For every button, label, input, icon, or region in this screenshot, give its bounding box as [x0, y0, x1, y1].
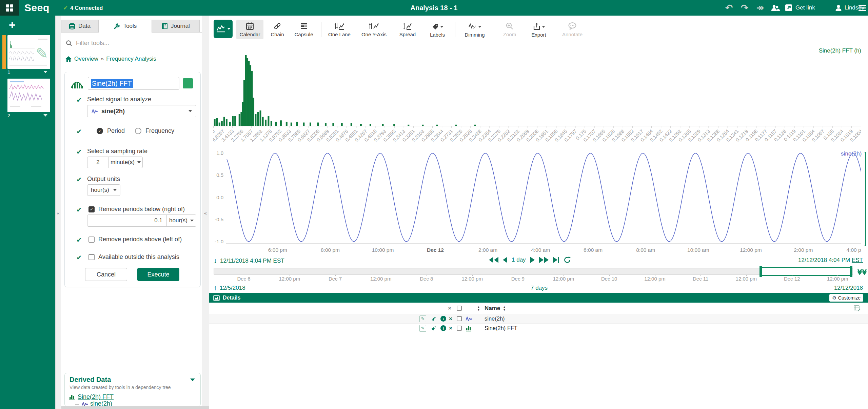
- edit-item-button[interactable]: ✎: [419, 314, 426, 323]
- investigate-range-start[interactable]: ↑ 12/5/2018: [214, 284, 245, 292]
- step-forward-full-button[interactable]: [539, 257, 549, 263]
- worksheet-1-chevron-down-icon[interactable]: [43, 71, 47, 73]
- remove-below-label[interactable]: Remove periods below (right of): [98, 206, 185, 213]
- users-button[interactable]: [768, 0, 783, 16]
- user-menu-button[interactable]: [833, 0, 844, 16]
- sine-trend-chart[interactable]: 1.00.50.0-0.5-1.06:00 pm8:00 pm10:00 pmD…: [213, 149, 861, 258]
- remove-below-value-input[interactable]: 0.1: [87, 215, 166, 226]
- tab-data[interactable]: Data: [61, 20, 98, 32]
- svg-text:-0.5: -0.5: [215, 217, 223, 222]
- investigate-range-duration[interactable]: 7 days: [522, 285, 556, 291]
- remove-above-checkbox[interactable]: [88, 237, 95, 243]
- remove-above-label[interactable]: Remove periods above (left of): [98, 236, 182, 243]
- available-outside-checkbox[interactable]: [88, 254, 95, 260]
- timeline-selection-right-handle[interactable]: [850, 266, 852, 277]
- radio-frequency-label[interactable]: Frequency: [145, 127, 174, 135]
- toolbar-one-y-axis-button[interactable]: One Y-Axis: [356, 20, 392, 39]
- derived-item-fft-link[interactable]: Sine(2h) FFT: [78, 393, 114, 401]
- remove-below-checkbox-checked[interactable]: ✓: [88, 206, 95, 212]
- sampling-unit-select[interactable]: minute(s): [109, 157, 142, 168]
- toolbar-one-lane-button[interactable]: One Lane: [324, 20, 355, 39]
- name-column-header[interactable]: Name: [485, 303, 500, 314]
- filter-tools-search[interactable]: [66, 37, 197, 49]
- step-size-label[interactable]: 1 day: [512, 257, 526, 263]
- item-name[interactable]: sine(2h): [485, 314, 505, 323]
- item-info-button[interactable]: i: [440, 324, 446, 333]
- remove-item-button[interactable]: ×: [449, 314, 452, 323]
- toolbar-calendar-button[interactable]: Calendar: [236, 20, 263, 39]
- toolbar-chain-button[interactable]: Chain: [266, 20, 289, 39]
- panel-horizontal-scrollbar[interactable]: [61, 406, 209, 409]
- toolbar-export-button[interactable]: Export: [524, 20, 553, 39]
- toolbar-labels-label: Labels: [430, 32, 445, 38]
- details-row-sine[interactable]: ✎ i × sine(2h): [209, 314, 868, 324]
- tool-name-input[interactable]: Sine(2h) FFT: [88, 77, 179, 90]
- output-unit-select[interactable]: hour(s): [87, 184, 120, 196]
- derived-item-fft[interactable]: Sine(2h) FFT: [69, 393, 114, 401]
- collapse-worksheets-button[interactable]: «: [56, 210, 61, 216]
- up-arrow-icon: ↑: [214, 284, 217, 292]
- worksheet-2-chevron-down-icon[interactable]: [43, 114, 47, 117]
- timeline-track[interactable]: [214, 268, 853, 275]
- select-all-checkbox[interactable]: [457, 303, 462, 314]
- tab-journal[interactable]: Journal: [152, 20, 200, 32]
- edit-item-button[interactable]: ✎: [419, 324, 426, 333]
- explore-item-button[interactable]: [431, 314, 437, 323]
- cancel-button[interactable]: Cancel: [85, 268, 127, 281]
- sine-series-label[interactable]: sine(2h): [841, 150, 862, 157]
- step-back-full-button[interactable]: [489, 257, 498, 263]
- radio-frequency[interactable]: [135, 128, 141, 134]
- tab-tools[interactable]: Tools: [98, 20, 152, 32]
- display-range-start[interactable]: ↓ 12/11/2018 4:04 PM EST: [214, 257, 284, 265]
- collapse-tools-button[interactable]: «: [202, 210, 209, 216]
- toolbar-labels-button[interactable]: Labels: [423, 20, 452, 39]
- remove-below-unit-select[interactable]: hour(s): [167, 215, 196, 226]
- remove-item-button[interactable]: ×: [449, 324, 452, 333]
- step-to-end-button[interactable]: [553, 257, 559, 263]
- color-swatch[interactable]: [183, 78, 193, 88]
- explore-item-button[interactable]: [431, 324, 437, 333]
- available-outside-label[interactable]: Available outside this analysis: [98, 253, 179, 261]
- step-forward-half-button[interactable]: [530, 257, 535, 263]
- worksheet-thumbnail-2[interactable]: [7, 79, 50, 112]
- timeline-selection-left-handle[interactable]: [760, 266, 762, 277]
- selected-y-axis-indicator[interactable]: [865, 152, 866, 246]
- edit-columns-icon[interactable]: [854, 305, 861, 312]
- item-checkbox[interactable]: [457, 314, 462, 323]
- redo-button[interactable]: ↷: [738, 0, 751, 16]
- get-link-button[interactable]: Get link: [785, 0, 815, 16]
- breadcrumb-overview[interactable]: Overview: [74, 56, 98, 62]
- radio-period-label[interactable]: Period: [107, 127, 125, 135]
- derived-collapse-chevron-icon[interactable]: [190, 379, 195, 381]
- step-back-half-button[interactable]: [503, 257, 507, 263]
- item-checkbox[interactable]: [457, 324, 462, 333]
- range-end-timezone[interactable]: EST: [852, 257, 863, 263]
- range-start-timezone[interactable]: EST: [273, 258, 284, 264]
- name-sort-icon[interactable]: ▲▼: [503, 303, 506, 314]
- fft-histogram-chart[interactable]: 06.82673.41332.27561.70671.36531.13780.9…: [213, 44, 861, 143]
- sort-icon[interactable]: ▲▼: [477, 303, 480, 314]
- sampling-value-input[interactable]: 2: [87, 157, 108, 168]
- main-menu-button[interactable]: [856, 0, 868, 16]
- forward-history-button[interactable]: ↠: [754, 0, 766, 16]
- auto-update-icon[interactable]: [857, 268, 867, 275]
- search-input[interactable]: [76, 40, 184, 47]
- view-selector-button[interactable]: [214, 20, 233, 38]
- undo-button[interactable]: ↶: [723, 0, 735, 16]
- worksheet-thumbnail-1[interactable]: ✎: [7, 35, 50, 69]
- toolbar-capsule-button[interactable]: Capsule: [290, 20, 317, 39]
- home-icon[interactable]: [65, 56, 72, 62]
- customize-button[interactable]: ⚙ Customize: [829, 294, 863, 302]
- item-info-button[interactable]: i: [440, 314, 446, 323]
- signal-select[interactable]: sine(2h): [87, 105, 196, 117]
- item-name[interactable]: Sine(2h) FFT: [485, 324, 517, 333]
- toolbar-spread-button[interactable]: Spread: [393, 20, 422, 39]
- execute-button[interactable]: Execute: [137, 268, 179, 281]
- toolbar-dimming-button[interactable]: Dimming: [458, 20, 491, 39]
- details-row-fft[interactable]: ✎ i × Sine(2h) FFT: [209, 324, 868, 333]
- remove-all-column[interactable]: ×: [448, 303, 451, 314]
- radio-period-checked[interactable]: ✓: [97, 128, 103, 134]
- add-worksheet-button[interactable]: +: [9, 18, 16, 32]
- refresh-icon[interactable]: [564, 256, 571, 264]
- display-range-end[interactable]: 12/12/2018 4:04 PM EST: [798, 257, 863, 264]
